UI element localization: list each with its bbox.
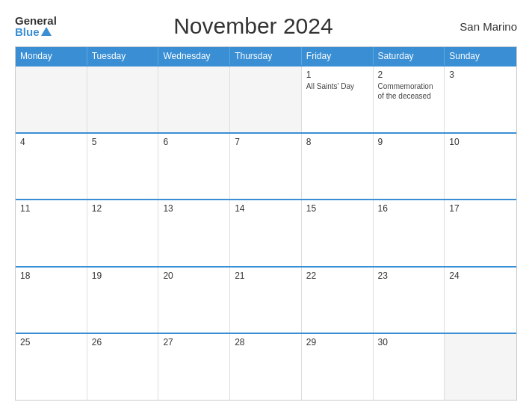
calendar-body: 1All Saints' Day2Commemoration of the de… <box>16 65 516 400</box>
day-number: 5 <box>92 137 154 147</box>
week-row-1: 1All Saints' Day2Commemoration of the de… <box>16 65 516 132</box>
cell-w5-d1: 25 <box>16 334 87 400</box>
col-monday: Monday <box>16 47 87 65</box>
day-number: 3 <box>449 69 512 80</box>
cell-w2-d6: 9 <box>374 134 445 200</box>
cell-w5-d7 <box>445 334 516 400</box>
day-number: 13 <box>163 203 225 214</box>
calendar-title: November 2024 <box>57 13 450 39</box>
cell-w3-d7: 17 <box>445 200 516 266</box>
logo-triangle-icon <box>41 27 52 36</box>
day-number: 6 <box>163 137 225 147</box>
col-sunday: Sunday <box>445 47 516 65</box>
cell-w3-d6: 16 <box>374 200 445 266</box>
cell-w1-d1 <box>16 67 87 132</box>
col-thursday: Thursday <box>230 47 302 65</box>
day-number: 28 <box>235 337 297 347</box>
col-friday: Friday <box>302 47 374 65</box>
cell-w4-d6: 23 <box>374 268 445 333</box>
day-number: 16 <box>378 203 440 214</box>
day-number: 29 <box>306 337 368 347</box>
cell-w4-d7: 24 <box>445 268 516 333</box>
cell-w1-d6: 2Commemoration of the deceased <box>374 67 445 132</box>
day-number: 10 <box>449 137 512 147</box>
day-number: 15 <box>306 203 368 214</box>
day-number: 20 <box>163 271 225 281</box>
cell-w3-d2: 12 <box>87 200 159 266</box>
day-number: 9 <box>378 137 440 147</box>
cell-w1-d4 <box>230 67 302 132</box>
cell-w2-d4: 7 <box>230 134 302 200</box>
cell-w3-d1: 11 <box>16 200 87 266</box>
day-number: 30 <box>378 337 440 347</box>
day-number: 7 <box>235 137 297 147</box>
cell-w4-d3: 20 <box>158 268 230 333</box>
day-number: 18 <box>20 271 82 281</box>
cell-w4-d2: 19 <box>87 268 159 333</box>
region-label: San Marino <box>450 20 517 33</box>
day-number: 25 <box>20 337 82 347</box>
calendar: Monday Tuesday Wednesday Thursday Friday… <box>15 46 517 401</box>
day-number: 23 <box>378 271 440 281</box>
day-number: 12 <box>92 203 154 214</box>
cell-w2-d5: 8 <box>302 134 374 200</box>
day-number: 14 <box>235 203 297 214</box>
event-label: Commemoration of the deceased <box>378 81 440 101</box>
day-number: 26 <box>92 337 154 347</box>
day-number: 8 <box>306 137 368 147</box>
cell-w5-d6: 30 <box>374 334 445 400</box>
week-row-2: 45678910 <box>16 132 516 200</box>
page: General Blue November 2024 San Marino Mo… <box>0 0 532 411</box>
cell-w4-d5: 22 <box>302 268 374 333</box>
cell-w5-d4: 28 <box>230 334 302 400</box>
cell-w2-d3: 6 <box>158 134 230 200</box>
day-number: 1 <box>306 69 368 80</box>
logo: General Blue <box>15 15 57 37</box>
day-number: 21 <box>235 271 297 281</box>
col-saturday: Saturday <box>374 47 445 65</box>
week-row-5: 252627282930 <box>16 333 516 400</box>
calendar-header: Monday Tuesday Wednesday Thursday Friday… <box>16 47 516 65</box>
day-number: 27 <box>163 337 225 347</box>
week-row-4: 18192021222324 <box>16 266 516 333</box>
cell-w1-d7: 3 <box>445 67 516 132</box>
day-number: 4 <box>20 137 82 147</box>
header: General Blue November 2024 San Marino <box>15 13 517 39</box>
cell-w3-d3: 13 <box>158 200 230 266</box>
day-number: 2 <box>378 69 440 80</box>
cell-w4-d1: 18 <box>16 268 87 333</box>
cell-w1-d2 <box>87 67 159 132</box>
day-number: 19 <box>92 271 154 281</box>
cell-w5-d3: 27 <box>158 334 230 400</box>
cell-w5-d2: 26 <box>87 334 159 400</box>
cell-w2-d2: 5 <box>87 134 159 200</box>
cell-w1-d5: 1All Saints' Day <box>302 67 374 132</box>
day-number: 11 <box>20 203 82 214</box>
event-label: All Saints' Day <box>306 81 368 91</box>
col-wednesday: Wednesday <box>158 47 230 65</box>
cell-w3-d4: 14 <box>230 200 302 266</box>
logo-general-text: General <box>15 15 57 26</box>
day-number: 24 <box>449 271 512 281</box>
week-row-3: 11121314151617 <box>16 199 516 266</box>
col-tuesday: Tuesday <box>87 47 159 65</box>
cell-w3-d5: 15 <box>302 200 374 266</box>
cell-w1-d3 <box>158 67 230 132</box>
cell-w5-d5: 29 <box>302 334 374 400</box>
day-number: 22 <box>306 271 368 281</box>
cell-w2-d1: 4 <box>16 134 87 200</box>
cell-w4-d4: 21 <box>230 268 302 333</box>
logo-blue-text: Blue <box>15 26 57 37</box>
cell-w2-d7: 10 <box>445 134 516 200</box>
day-number: 17 <box>449 203 512 214</box>
